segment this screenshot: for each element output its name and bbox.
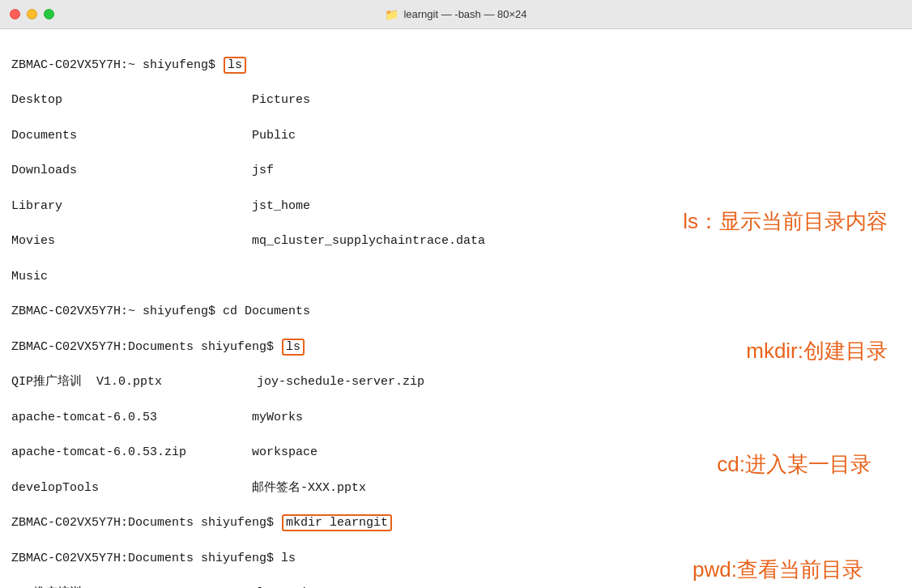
terminal-line: developTools 邮件签名-XXX.pptx — [11, 479, 901, 497]
terminal-body[interactable]: ZBMAC-C02VX5Y7H:~ shiyufeng$ ls Desktop … — [0, 29, 912, 588]
terminal-line: ZBMAC-C02VX5Y7H:~ shiyufeng$ ls — [11, 57, 901, 75]
terminal-window: 📁 learngit — -bash — 80×24 ZBMAC-C02VX5Y… — [0, 0, 912, 588]
cmd-mkdir: mkdir learngit — [282, 514, 392, 531]
annotation-mkdir: mkdir:创建目录 — [746, 337, 888, 365]
cmd-ls-1: ls — [224, 57, 246, 74]
terminal-line: Music — [11, 268, 901, 286]
minimize-button[interactable] — [27, 9, 37, 19]
window-controls — [10, 9, 54, 19]
window-title: learngit — -bash — 80×24 — [403, 8, 526, 20]
close-button[interactable] — [10, 9, 20, 19]
terminal-line: Downloads jsf — [11, 162, 901, 180]
terminal-line: Desktop Pictures — [11, 92, 901, 109]
maximize-button[interactable] — [44, 9, 54, 19]
terminal-line: Documents Public — [11, 127, 901, 145]
annotation-cd: cd:进入某一目录 — [717, 450, 872, 479]
terminal-line: ZBMAC-C02VX5Y7H:Documents shiyufeng$ mkd… — [11, 514, 901, 532]
annotation-pwd: pwd:查看当前目录 — [693, 556, 863, 584]
folder-icon: 📁 — [385, 8, 398, 21]
cmd-ls-2: ls — [282, 339, 305, 356]
terminal-line: ZBMAC-C02VX5Y7H:~ shiyufeng$ cd Document… — [11, 303, 901, 321]
terminal-line: apache-tomcat-6.0.53 myWorks — [11, 409, 901, 427]
terminal-line: QIP推广培训 V1.0.pptx joy-schedule-server.zi… — [11, 373, 901, 391]
terminal-content: ZBMAC-C02VX5Y7H:~ shiyufeng$ ls Desktop … — [11, 39, 901, 588]
annotation-ls: ls：显示当前目录内容 — [683, 207, 888, 236]
terminal-line: QIP推广培训 V1.0.pptx learngit — [11, 585, 901, 588]
title-bar: 📁 learngit — -bash — 80×24 — [0, 0, 912, 29]
